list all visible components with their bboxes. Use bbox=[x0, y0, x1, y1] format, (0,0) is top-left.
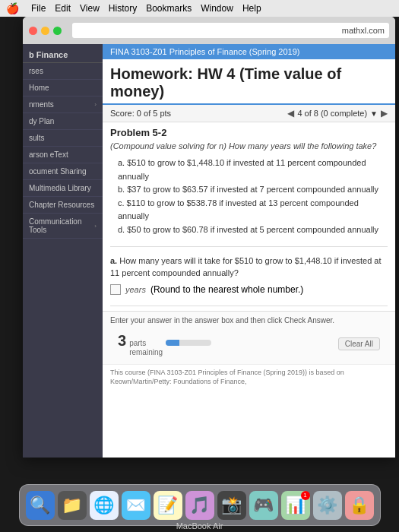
sidebar-home-label: Home bbox=[29, 84, 49, 92]
dock-icon-browser[interactable]: 🌐 bbox=[90, 491, 119, 520]
browser-chrome: mathxl.com bbox=[23, 17, 395, 44]
sidebar-item-multimedia[interactable]: Multimedia Library bbox=[23, 180, 103, 197]
nav-controls: ◀ 4 of 8 (0 complete) ▼ ▶ bbox=[287, 108, 388, 119]
dock-icon-mail[interactable]: ✉️ bbox=[122, 491, 150, 520]
problem-list: a. $510 to grow to $1,448.10 if invested… bbox=[103, 155, 395, 242]
remaining-label: remaining bbox=[129, 348, 163, 356]
browser-window: mathxl.com b Finance rses Home nments › … bbox=[23, 17, 395, 458]
traffic-lights bbox=[29, 27, 62, 35]
problem-instructions: (Compound value solving for n) How many … bbox=[103, 140, 395, 155]
answer-hint: (Round to the nearest whole number.) bbox=[150, 284, 303, 295]
menu-edit[interactable]: Edit bbox=[55, 3, 71, 14]
problem-part-a: a. $510 to grow to $1,448.10 if invested… bbox=[118, 157, 388, 183]
question-text: a. How many years will it take for $510 … bbox=[110, 255, 388, 280]
sidebar-assignments-label: nments bbox=[29, 100, 54, 109]
menu-file[interactable]: File bbox=[31, 3, 46, 14]
next-arrow[interactable]: ▶ bbox=[381, 108, 388, 119]
sidebar-item-etext[interactable]: arson eText bbox=[23, 147, 103, 163]
sidebar-item-courses[interactable]: rses bbox=[23, 63, 103, 80]
dock-icon-photos[interactable]: 📸 bbox=[217, 491, 246, 520]
parts-number: 3 bbox=[118, 332, 126, 350]
problem-part-b: b. $37 to grow to $63.57 if invested at … bbox=[118, 183, 388, 197]
sidebar-item-results[interactable]: sults bbox=[23, 130, 103, 147]
main-content: FINA 3103-Z01 Principles of Finance (Spr… bbox=[103, 44, 395, 458]
chevron-right-icon-2: › bbox=[94, 223, 97, 230]
macbook-label: MacBook Air bbox=[176, 521, 223, 530]
divider-2 bbox=[110, 306, 388, 306]
sidebar-item-communication[interactable]: Communication Tools › bbox=[23, 214, 103, 239]
address-bar[interactable]: mathxl.com bbox=[72, 23, 389, 38]
menu-view[interactable]: View bbox=[80, 3, 100, 14]
chevron-right-icon: › bbox=[94, 101, 97, 108]
sidebar-title: b Finance bbox=[23, 44, 103, 63]
sidebar-results-label: sults bbox=[29, 134, 45, 142]
hw-title: Homework: HW 4 (Time value of money) bbox=[103, 59, 395, 105]
sidebar-courses-label: rses bbox=[29, 67, 43, 75]
score-row: Score: 0 of 5 pts ◀ 4 of 8 (0 complete) … bbox=[103, 105, 395, 122]
dock-icon-games[interactable]: 🎮 bbox=[249, 491, 278, 520]
dock-icon-spreadsheet[interactable]: 📊 1 bbox=[281, 491, 310, 520]
problem-header: Problem 5-2 bbox=[103, 122, 395, 140]
sidebar-communication-label: Communication Tools bbox=[29, 217, 94, 234]
clear-all-button[interactable]: Clear All bbox=[338, 337, 380, 350]
footer-note: This course (FINA 3103-Z01 Principles of… bbox=[103, 364, 395, 390]
close-button[interactable] bbox=[29, 27, 37, 35]
apple-menu[interactable]: 🍎 bbox=[6, 2, 19, 14]
dock-icon-security[interactable]: 🔒 bbox=[345, 491, 374, 520]
menu-bookmarks[interactable]: Bookmarks bbox=[146, 3, 192, 14]
sidebar-item-docsharing[interactable]: ocument Sharing bbox=[23, 163, 103, 180]
sidebar-docsharing-label: ocument Sharing bbox=[29, 167, 87, 176]
dock-icon-notes[interactable]: 📝 bbox=[154, 491, 182, 520]
answer-section: Enter your answer in the answer box and … bbox=[103, 311, 395, 364]
sidebar-item-assignments[interactable]: nments › bbox=[23, 97, 103, 113]
dock-icon-finder[interactable]: 🔍 bbox=[26, 491, 55, 520]
problem-part-d: d. $50 to grow to $60.78 if invested at … bbox=[118, 223, 388, 237]
answer-checkbox[interactable] bbox=[110, 284, 121, 295]
sidebar-item-chapter[interactable]: Chapter Resources bbox=[23, 197, 103, 214]
menu-history[interactable]: History bbox=[109, 3, 137, 14]
sidebar-etext-label: arson eText bbox=[29, 150, 68, 159]
maximize-button[interactable] bbox=[53, 27, 62, 35]
sidebar-chapter-label: Chapter Resources bbox=[29, 201, 94, 209]
dock: 🔍 📁 🌐 ✉️ 📝 🎵 📸 🎮 📊 1 ⚙️ 🔒 bbox=[19, 484, 381, 526]
progress-bar bbox=[166, 340, 211, 346]
divider bbox=[110, 246, 388, 247]
dock-icon-files[interactable]: 📁 bbox=[58, 491, 87, 520]
course-title: FINA 3103-Z01 Principles of Finance (Spr… bbox=[103, 44, 395, 59]
browser-content: b Finance rses Home nments › dy Plan sul… bbox=[23, 44, 395, 458]
nav-dropdown-icon[interactable]: ▼ bbox=[370, 109, 378, 118]
sidebar-studyplan-label: dy Plan bbox=[29, 117, 54, 125]
answer-row: years (Round to the nearest whole number… bbox=[110, 284, 388, 295]
dock-icon-settings[interactable]: ⚙️ bbox=[313, 491, 342, 520]
sidebar-item-studyplan[interactable]: dy Plan bbox=[23, 113, 103, 130]
nav-status: 4 of 8 (0 complete) bbox=[297, 109, 367, 118]
bottom-row: 3 parts remaining Clear All bbox=[110, 329, 388, 359]
dock-icon-music[interactable]: 🎵 bbox=[185, 491, 214, 520]
sidebar-multimedia-label: Multimedia Library bbox=[29, 184, 91, 192]
parts-remaining: 3 parts remaining bbox=[118, 332, 211, 356]
problem-part-c: c. $110 to grow to $538.78 if invested a… bbox=[118, 197, 388, 223]
url-text: mathxl.com bbox=[342, 26, 385, 35]
prev-arrow[interactable]: ◀ bbox=[287, 108, 294, 119]
menu-bar: 🍎 File Edit View History Bookmarks Windo… bbox=[0, 0, 399, 17]
question-section: a. How many years will it take for $510 … bbox=[103, 252, 395, 301]
answer-instruction: Enter your answer in the answer box and … bbox=[110, 316, 388, 325]
menu-help[interactable]: Help bbox=[242, 3, 261, 14]
parts-label: parts bbox=[129, 339, 163, 347]
menu-window[interactable]: Window bbox=[201, 3, 233, 14]
sidebar-item-home[interactable]: Home bbox=[23, 80, 103, 97]
notification-badge: 1 bbox=[301, 491, 310, 500]
sidebar: b Finance rses Home nments › dy Plan sul… bbox=[23, 44, 103, 458]
progress-bar-fill bbox=[166, 340, 179, 346]
minimize-button[interactable] bbox=[41, 27, 49, 35]
question-label: a. bbox=[110, 256, 117, 265]
question-body: How many years will it take for $510 to … bbox=[110, 256, 381, 278]
score-text: Score: 0 of 5 pts bbox=[110, 109, 171, 118]
answer-unit: years bbox=[125, 285, 146, 294]
